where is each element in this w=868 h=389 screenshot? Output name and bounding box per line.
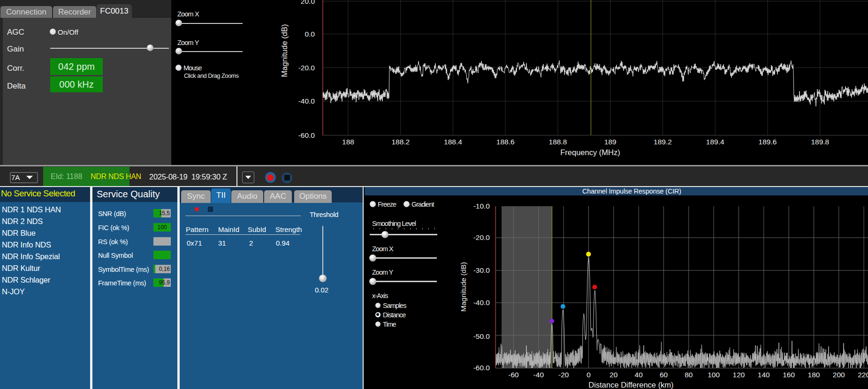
svg-text:200: 200: [833, 371, 845, 379]
svg-text:-10.0: -10.0: [473, 202, 490, 210]
svg-text:40: 40: [635, 371, 643, 379]
svg-text:160: 160: [783, 371, 795, 379]
svg-text:-60.0: -60.0: [473, 364, 490, 372]
svg-text:-40: -40: [533, 371, 544, 379]
svg-text:0: 0: [586, 371, 591, 379]
svg-text:-50.0: -50.0: [473, 332, 490, 340]
svg-text:-60: -60: [508, 371, 519, 379]
svg-text:220: 220: [858, 371, 868, 379]
svg-text:-20: -20: [558, 371, 569, 379]
svg-text:80: 80: [685, 371, 693, 379]
svg-text:-40.0: -40.0: [473, 299, 490, 307]
svg-text:-20.0: -20.0: [473, 233, 490, 241]
svg-text:180: 180: [808, 371, 820, 379]
svg-text:Magnitude (dB): Magnitude (dB): [459, 262, 467, 312]
svg-text:20: 20: [609, 371, 618, 379]
svg-text:60: 60: [660, 371, 668, 379]
svg-text:140: 140: [758, 371, 770, 379]
svg-text:Distance Difference (km): Distance Difference (km): [588, 381, 673, 389]
svg-text:100: 100: [708, 371, 720, 379]
svg-text:-30.0: -30.0: [473, 266, 490, 274]
svg-text:120: 120: [733, 371, 745, 379]
